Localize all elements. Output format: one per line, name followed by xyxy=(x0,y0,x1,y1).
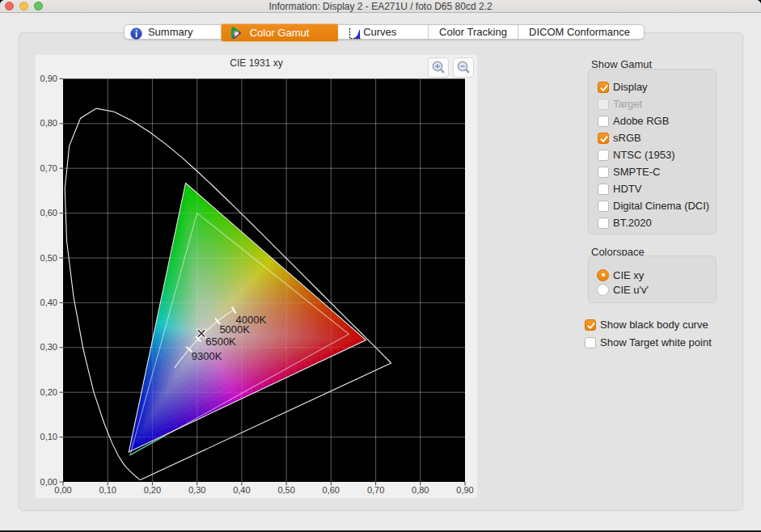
svg-text:5000K: 5000K xyxy=(219,323,250,336)
svg-text:9300K: 9300K xyxy=(192,350,222,362)
svg-text:6500K: 6500K xyxy=(205,336,236,348)
